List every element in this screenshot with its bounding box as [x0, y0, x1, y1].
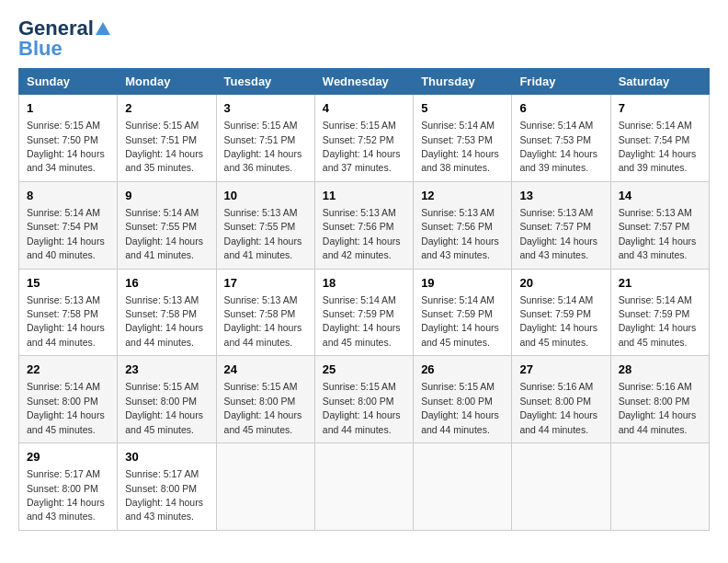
day-info: Sunrise: 5:13 AMSunset: 7:57 PMDaylight:… [519, 207, 597, 260]
col-header-thursday: Thursday [414, 69, 512, 95]
day-number: 3 [224, 100, 307, 117]
day-number: 26 [421, 362, 504, 378]
day-info: Sunrise: 5:14 AMSunset: 7:54 PMDaylight:… [619, 120, 697, 173]
col-header-sunday: Sunday [19, 69, 118, 95]
day-number: 1 [27, 100, 109, 117]
day-info: Sunrise: 5:13 AMSunset: 7:55 PMDaylight:… [224, 207, 302, 260]
day-info: Sunrise: 5:13 AMSunset: 7:58 PMDaylight:… [125, 294, 203, 348]
day-number: 5 [421, 100, 504, 117]
calendar-cell: 5Sunrise: 5:14 AMSunset: 7:53 PMDaylight… [414, 95, 512, 182]
calendar-header-row: SundayMondayTuesdayWednesdayThursdayFrid… [19, 69, 710, 95]
day-number: 6 [519, 100, 602, 117]
calendar-cell: 7Sunrise: 5:14 AMSunset: 7:54 PMDaylight… [610, 95, 709, 182]
calendar-cell: 10Sunrise: 5:13 AMSunset: 7:55 PMDayligh… [216, 181, 314, 269]
day-number: 13 [519, 188, 602, 204]
calendar-cell: 30Sunrise: 5:17 AMSunset: 8:00 PMDayligh… [118, 443, 216, 531]
calendar-cell: 13Sunrise: 5:13 AMSunset: 7:57 PMDayligh… [512, 181, 610, 269]
day-number: 12 [421, 188, 504, 204]
day-info: Sunrise: 5:16 AMSunset: 8:00 PMDaylight:… [519, 381, 597, 434]
day-info: Sunrise: 5:14 AMSunset: 7:55 PMDaylight:… [125, 207, 203, 260]
day-number: 24 [224, 362, 307, 378]
day-number: 25 [323, 362, 405, 378]
day-number: 29 [27, 449, 109, 465]
calendar-cell: 28Sunrise: 5:16 AMSunset: 8:00 PMDayligh… [610, 356, 709, 443]
calendar-week-5: 29Sunrise: 5:17 AMSunset: 8:00 PMDayligh… [19, 443, 710, 531]
day-info: Sunrise: 5:14 AMSunset: 7:54 PMDaylight:… [27, 207, 105, 260]
calendar-cell: 25Sunrise: 5:15 AMSunset: 8:00 PMDayligh… [314, 356, 413, 443]
day-info: Sunrise: 5:15 AMSunset: 7:51 PMDaylight:… [224, 120, 302, 173]
calendar-cell: 6Sunrise: 5:14 AMSunset: 7:53 PMDaylight… [512, 95, 610, 182]
day-number: 10 [224, 188, 307, 204]
calendar-cell: 21Sunrise: 5:14 AMSunset: 7:59 PMDayligh… [610, 269, 709, 356]
day-info: Sunrise: 5:15 AMSunset: 8:00 PMDaylight:… [224, 381, 302, 434]
logo-text-blue: Blue [18, 39, 63, 59]
calendar-cell [314, 443, 413, 531]
calendar-cell: 8Sunrise: 5:14 AMSunset: 7:54 PMDaylight… [19, 181, 118, 269]
calendar-cell: 29Sunrise: 5:17 AMSunset: 8:00 PMDayligh… [19, 443, 118, 531]
day-number: 4 [323, 100, 405, 117]
day-info: Sunrise: 5:14 AMSunset: 7:59 PMDaylight:… [619, 294, 697, 348]
day-number: 27 [519, 362, 602, 378]
calendar-cell: 12Sunrise: 5:13 AMSunset: 7:56 PMDayligh… [414, 181, 512, 269]
calendar-cell: 26Sunrise: 5:15 AMSunset: 8:00 PMDayligh… [414, 356, 512, 443]
calendar-cell: 19Sunrise: 5:14 AMSunset: 7:59 PMDayligh… [414, 269, 512, 356]
day-number: 16 [125, 275, 208, 292]
day-number: 21 [619, 275, 701, 292]
col-header-saturday: Saturday [610, 69, 709, 95]
day-number: 17 [224, 275, 307, 292]
day-number: 20 [519, 275, 602, 292]
calendar-cell: 23Sunrise: 5:15 AMSunset: 8:00 PMDayligh… [118, 356, 216, 443]
day-number: 28 [619, 362, 701, 378]
day-number: 15 [27, 275, 109, 292]
calendar-table: SundayMondayTuesdayWednesdayThursdayFrid… [18, 68, 710, 531]
day-info: Sunrise: 5:17 AMSunset: 8:00 PMDaylight:… [125, 468, 203, 522]
day-info: Sunrise: 5:15 AMSunset: 8:00 PMDaylight:… [125, 381, 203, 434]
calendar-cell [216, 443, 314, 531]
calendar-cell: 20Sunrise: 5:14 AMSunset: 7:59 PMDayligh… [512, 269, 610, 356]
calendar-cell: 16Sunrise: 5:13 AMSunset: 7:58 PMDayligh… [118, 269, 216, 356]
day-number: 9 [125, 188, 208, 204]
day-info: Sunrise: 5:16 AMSunset: 8:00 PMDaylight:… [619, 381, 697, 434]
day-number: 2 [125, 100, 208, 117]
calendar-cell [512, 443, 610, 531]
day-info: Sunrise: 5:15 AMSunset: 8:00 PMDaylight:… [323, 381, 401, 434]
day-info: Sunrise: 5:14 AMSunset: 7:59 PMDaylight:… [323, 294, 401, 348]
day-info: Sunrise: 5:14 AMSunset: 7:53 PMDaylight:… [421, 120, 499, 173]
calendar-cell [610, 443, 709, 531]
day-number: 7 [619, 100, 701, 117]
logo-triangle-icon [96, 22, 110, 35]
col-header-friday: Friday [512, 69, 610, 95]
logo: General Blue [18, 18, 110, 59]
day-number: 18 [323, 275, 405, 292]
day-info: Sunrise: 5:13 AMSunset: 7:57 PMDaylight:… [619, 207, 697, 260]
calendar-cell: 14Sunrise: 5:13 AMSunset: 7:57 PMDayligh… [610, 181, 709, 269]
calendar-cell: 17Sunrise: 5:13 AMSunset: 7:58 PMDayligh… [216, 269, 314, 356]
calendar-cell: 3Sunrise: 5:15 AMSunset: 7:51 PMDaylight… [216, 95, 314, 182]
col-header-wednesday: Wednesday [314, 69, 413, 95]
day-number: 23 [125, 362, 208, 378]
day-number: 22 [27, 362, 109, 378]
calendar-cell: 4Sunrise: 5:15 AMSunset: 7:52 PMDaylight… [314, 95, 413, 182]
day-info: Sunrise: 5:15 AMSunset: 8:00 PMDaylight:… [421, 381, 499, 434]
col-header-monday: Monday [118, 69, 216, 95]
logo-text-general: General [18, 18, 94, 39]
calendar-cell: 18Sunrise: 5:14 AMSunset: 7:59 PMDayligh… [314, 269, 413, 356]
calendar-cell: 22Sunrise: 5:14 AMSunset: 8:00 PMDayligh… [19, 356, 118, 443]
calendar-week-2: 8Sunrise: 5:14 AMSunset: 7:54 PMDaylight… [19, 181, 710, 269]
calendar-cell [414, 443, 512, 531]
day-info: Sunrise: 5:14 AMSunset: 7:59 PMDaylight:… [421, 294, 499, 348]
day-number: 30 [125, 449, 208, 465]
day-info: Sunrise: 5:13 AMSunset: 7:58 PMDaylight:… [224, 294, 302, 348]
day-info: Sunrise: 5:13 AMSunset: 7:58 PMDaylight:… [27, 294, 105, 348]
calendar-cell: 24Sunrise: 5:15 AMSunset: 8:00 PMDayligh… [216, 356, 314, 443]
page-header: General Blue [18, 18, 710, 59]
day-number: 14 [619, 188, 701, 204]
calendar-cell: 9Sunrise: 5:14 AMSunset: 7:55 PMDaylight… [118, 181, 216, 269]
day-info: Sunrise: 5:15 AMSunset: 7:50 PMDaylight:… [27, 120, 105, 173]
calendar-week-3: 15Sunrise: 5:13 AMSunset: 7:58 PMDayligh… [19, 269, 710, 356]
calendar-cell: 1Sunrise: 5:15 AMSunset: 7:50 PMDaylight… [19, 95, 118, 182]
col-header-tuesday: Tuesday [216, 69, 314, 95]
day-number: 11 [323, 188, 405, 204]
day-info: Sunrise: 5:15 AMSunset: 7:52 PMDaylight:… [323, 120, 401, 173]
calendar-cell: 27Sunrise: 5:16 AMSunset: 8:00 PMDayligh… [512, 356, 610, 443]
